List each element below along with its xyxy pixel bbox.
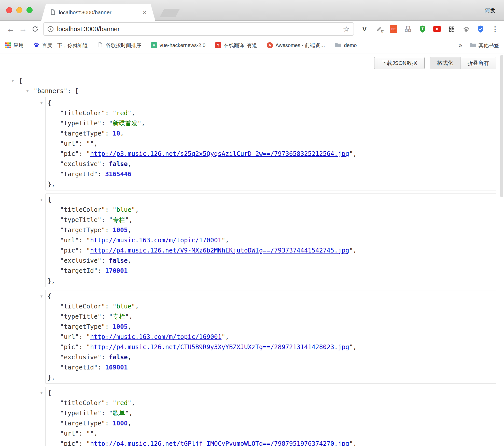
collapse-all-button[interactable]: 折叠所有 (460, 57, 496, 69)
json-token: , (353, 343, 357, 351)
url-bar[interactable]: i localhost:3000/banner ☆ (43, 22, 354, 36)
json-token: "exclusive" (60, 257, 101, 264)
bookmarks-overflow-chevron[interactable]: » (458, 41, 462, 49)
json-token: : (79, 430, 87, 437)
vimium-extension-icon[interactable]: V (360, 24, 369, 34)
json-token: { (48, 292, 51, 300)
json-link[interactable]: http://music.163.com/m/topic/169001 (90, 333, 221, 340)
bookmark-star-icon[interactable]: ☆ (343, 25, 349, 33)
json-token: false (109, 160, 128, 168)
bookmark-baidu[interactable]: 百度一下，你就知道 (33, 42, 88, 49)
other-bookmarks-folder[interactable]: 其他书签 (469, 42, 499, 49)
bookmark-google-sort[interactable]: 谷歌按时间排序 (97, 42, 141, 49)
bookmark-vue-hackernews[interactable]: V vue-hackernews-2.0 (151, 42, 205, 48)
org-chart-icon[interactable]: 品 (404, 24, 412, 34)
scrollbar-thumb[interactable] (500, 55, 503, 197)
json-link[interactable]: http://p4.music.126.net/tGPljf-IMOCyPvum… (90, 440, 349, 446)
bookmark-demo-folder[interactable]: demo (335, 42, 357, 49)
json-token: " (349, 247, 353, 254)
json-token: : (79, 140, 87, 147)
json-token: 10 (113, 130, 120, 137)
json-object-open: ▼{ (46, 291, 494, 301)
json-token: "titleColor" (60, 303, 105, 310)
json-token: , (353, 247, 357, 254)
json-prop-titleColor: "titleColor": "red", (46, 108, 494, 118)
json-token: : [ (67, 87, 79, 95)
json-prop-pic: "pic": "http://p3.music.126.net/s25q2x5Q… (46, 149, 494, 159)
collapse-toggle-icon[interactable]: ▼ (10, 76, 15, 86)
json-link[interactable]: http://p3.music.126.net/s25q2x5QyqsAzilC… (90, 150, 349, 157)
json-token: "targetId" (60, 364, 98, 371)
json-token: "typeTitle" (60, 216, 101, 224)
fe-extension-icon[interactable]: FE (389, 24, 398, 34)
json-token: " (113, 206, 117, 213)
green-shield-icon[interactable]: T (418, 24, 427, 34)
json-token: red (116, 399, 128, 407)
collapse-toggle-icon[interactable]: ▼ (39, 195, 44, 205)
json-token: red (116, 109, 128, 117)
json-token: " (349, 150, 353, 157)
new-tab-button[interactable] (160, 9, 180, 17)
folder-icon (469, 42, 476, 49)
json-token: 170001 (105, 267, 128, 274)
collapse-toggle-icon[interactable]: ▼ (39, 291, 44, 301)
json-token: "url" (60, 430, 79, 437)
json-token: " (86, 333, 90, 340)
bookmark-apps[interactable]: 应用 (5, 42, 24, 49)
json-token: "" (86, 430, 94, 437)
collapse-toggle-icon[interactable]: ▼ (25, 86, 30, 96)
json-token: : (79, 236, 87, 244)
json-token: 169001 (105, 364, 128, 371)
json-token: "banners" (34, 87, 67, 95)
json-link[interactable]: http://music.163.com/m/topic/170001 (90, 236, 221, 244)
json-token: , (131, 399, 135, 407)
json-token: : (79, 247, 87, 254)
json-token: , (353, 440, 357, 446)
paw-icon[interactable] (462, 24, 470, 34)
json-token: " (138, 120, 142, 127)
format-button[interactable]: 格式化 (430, 57, 460, 69)
json-token: , (129, 409, 133, 417)
json-token: : (79, 333, 87, 340)
close-window-button[interactable] (6, 7, 12, 13)
json-link[interactable]: http://p4.music.126.net/CTU5B9R9y3XyYBZX… (90, 343, 349, 351)
json-link[interactable]: http://p4.music.126.net/V9-MXz6b2MNhEKju… (90, 247, 349, 254)
tab-close-icon[interactable]: × (143, 9, 147, 16)
json-token: " (125, 216, 129, 224)
url-text[interactable]: localhost:3000/banner (57, 25, 120, 33)
json-token: "typeTitle" (60, 409, 101, 417)
translate-pencil-icon[interactable]: 英 (375, 24, 383, 34)
security-shield-check-icon[interactable] (476, 24, 485, 34)
json-prop-pic: "pic": "http://p4.music.126.net/V9-MXz6b… (46, 245, 494, 256)
json-prop-titleColor: "titleColor": "blue", (46, 205, 494, 215)
json-token: , (128, 323, 132, 330)
reload-button[interactable] (29, 23, 41, 35)
profile-name[interactable]: 阿发 (485, 0, 495, 21)
folder-icon (335, 42, 341, 49)
json-token: 1000 (113, 420, 128, 427)
qrcode-icon[interactable] (447, 24, 456, 34)
youtube-icon[interactable] (433, 24, 441, 34)
browser-menu-icon[interactable]: ⋮ (491, 24, 499, 34)
json-token: " (221, 236, 225, 244)
json-token: " (221, 333, 225, 340)
json-token: : (105, 109, 113, 117)
collapse-toggle-icon[interactable]: ▼ (39, 388, 44, 398)
json-token: "url" (60, 140, 79, 147)
json-token: , (120, 130, 124, 137)
bookmark-awesomes[interactable]: A Awesomes - 前端资… (267, 42, 325, 49)
page-content: 下载JSON数据 格式化 折叠所有 ▼{▼"banners": [▼{"titl… (0, 53, 504, 446)
baidu-paw-icon (33, 42, 39, 49)
json-token: "" (86, 140, 94, 147)
back-button[interactable]: ← (5, 23, 17, 35)
browser-tab[interactable]: localhost:3000/banner × (41, 4, 155, 21)
minimize-window-button[interactable] (16, 7, 22, 13)
zoom-window-button[interactable] (26, 7, 33, 13)
json-token: : (101, 120, 109, 127)
page-info-icon[interactable]: i (48, 26, 53, 32)
collapse-toggle-icon[interactable]: ▼ (39, 98, 44, 108)
download-json-button[interactable]: 下载JSON数据 (374, 57, 425, 69)
json-prop-pic: "pic": "http://p4.music.126.net/tGPljf-I… (46, 439, 494, 446)
forward-button[interactable]: → (17, 23, 29, 35)
bookmark-youdao[interactable]: Y 在线翻译_有道 (215, 42, 257, 49)
